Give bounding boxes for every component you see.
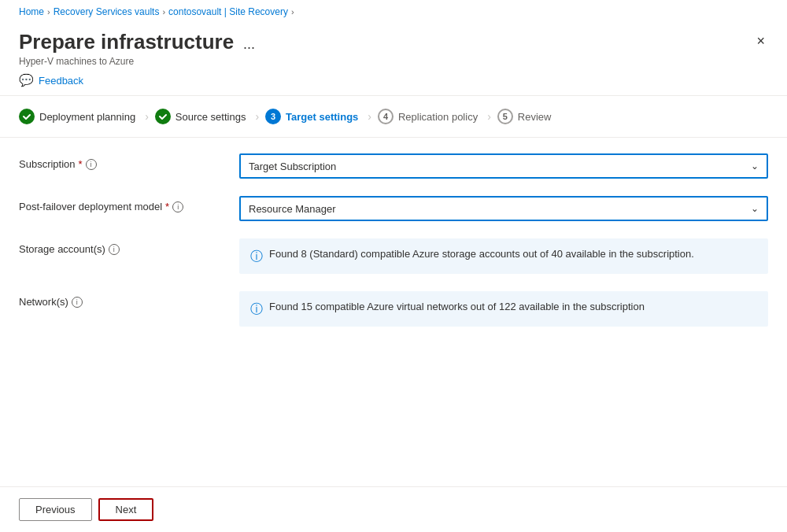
step-3-label: Target settings bbox=[286, 111, 358, 123]
page-title: Prepare infrastructure bbox=[19, 30, 234, 54]
breadcrumb-sep-1: › bbox=[47, 7, 50, 17]
breadcrumb-sep-3: › bbox=[291, 7, 294, 17]
subscription-required: * bbox=[79, 158, 83, 170]
step-deployment-planning[interactable]: Deployment planning bbox=[19, 109, 145, 124]
step-sep-2: › bbox=[255, 110, 265, 123]
step-5-circle: 5 bbox=[497, 109, 513, 124]
networks-row: Network(s) i ⓘ Found 15 compatible Azure… bbox=[19, 291, 768, 327]
deployment-model-required: * bbox=[165, 201, 169, 212]
networks-message: Found 15 compatible Azure virtual networ… bbox=[269, 299, 645, 315]
deployment-model-value: Resource Manager bbox=[249, 203, 336, 215]
networks-info-icon[interactable]: i bbox=[72, 297, 83, 308]
storage-info-box: ⓘ Found 8 (Standard) compatible Azure st… bbox=[239, 238, 768, 274]
storage-info-icon[interactable]: i bbox=[109, 244, 120, 255]
wizard-steps: Deployment planning › Source settings › … bbox=[0, 96, 787, 138]
step-4-circle: 4 bbox=[378, 109, 394, 124]
header-left: Prepare infrastructure ... Hyper-V machi… bbox=[19, 30, 255, 67]
subscription-dropdown[interactable]: Target Subscription ⌄ bbox=[239, 153, 768, 179]
deployment-model-control: Resource Manager ⌄ bbox=[239, 196, 768, 221]
networks-label-text: Network(s) bbox=[19, 296, 68, 308]
step-sep-3: › bbox=[368, 110, 378, 123]
previous-button[interactable]: Previous bbox=[19, 498, 92, 521]
storage-label: Storage account(s) i bbox=[19, 238, 239, 255]
step-1-check-icon bbox=[19, 109, 35, 124]
networks-label: Network(s) i bbox=[19, 291, 239, 308]
step-review[interactable]: 5 Review bbox=[497, 109, 561, 124]
step-target-settings[interactable]: 3 Target settings bbox=[265, 109, 368, 124]
deployment-model-label: Post-failover deployment model * i bbox=[19, 196, 239, 212]
subscription-dropdown-arrow: ⌄ bbox=[751, 161, 759, 172]
form-area: Subscription * i Target Subscription ⌄ P… bbox=[0, 138, 787, 360]
subscription-value: Target Subscription bbox=[249, 161, 336, 172]
deployment-model-dropdown-arrow: ⌄ bbox=[751, 203, 759, 214]
storage-control: ⓘ Found 8 (Standard) compatible Azure st… bbox=[239, 238, 768, 274]
subscription-row: Subscription * i Target Subscription ⌄ bbox=[19, 153, 768, 179]
networks-info-box-icon: ⓘ bbox=[250, 300, 263, 319]
page-subtitle: Hyper-V machines to Azure bbox=[19, 56, 255, 67]
breadcrumb-vaults[interactable]: Recovery Services vaults bbox=[54, 6, 160, 17]
subscription-label: Subscription * i bbox=[19, 153, 239, 170]
networks-info-box: ⓘ Found 15 compatible Azure virtual netw… bbox=[239, 291, 768, 327]
subscription-info-icon[interactable]: i bbox=[86, 159, 97, 170]
subscription-control: Target Subscription ⌄ bbox=[239, 153, 768, 179]
breadcrumb-contosovault[interactable]: contosovault | Site Recovery bbox=[168, 6, 288, 17]
storage-row: Storage account(s) i ⓘ Found 8 (Standard… bbox=[19, 238, 768, 274]
breadcrumb: Home › Recovery Services vaults › contos… bbox=[0, 0, 787, 24]
header-more-button[interactable]: ... bbox=[243, 36, 255, 53]
step-replication-policy[interactable]: 4 Replication policy bbox=[378, 109, 487, 124]
step-sep-4: › bbox=[487, 110, 497, 123]
feedback-icon: 💬 bbox=[19, 73, 34, 87]
step-4-label: Replication policy bbox=[398, 111, 478, 123]
deployment-model-label-text: Post-failover deployment model bbox=[19, 201, 162, 212]
feedback-label: Feedback bbox=[39, 75, 83, 87]
step-3-circle: 3 bbox=[265, 109, 281, 124]
step-2-check-icon bbox=[155, 109, 171, 124]
deployment-model-dropdown[interactable]: Resource Manager ⌄ bbox=[239, 196, 768, 221]
next-button[interactable]: Next bbox=[98, 498, 154, 521]
subscription-label-text: Subscription bbox=[19, 158, 76, 170]
step-sep-1: › bbox=[145, 110, 155, 123]
footer: Previous Next bbox=[0, 486, 787, 532]
header: Prepare infrastructure ... Hyper-V machi… bbox=[0, 24, 787, 67]
deployment-model-row: Post-failover deployment model * i Resou… bbox=[19, 196, 768, 221]
close-button[interactable]: × bbox=[753, 30, 768, 53]
storage-info-box-icon: ⓘ bbox=[250, 247, 263, 266]
storage-message: Found 8 (Standard) compatible Azure stor… bbox=[269, 246, 694, 262]
step-1-label: Deployment planning bbox=[39, 111, 135, 123]
feedback-bar[interactable]: 💬 Feedback bbox=[0, 67, 787, 95]
networks-control: ⓘ Found 15 compatible Azure virtual netw… bbox=[239, 291, 768, 327]
storage-label-text: Storage account(s) bbox=[19, 243, 105, 255]
breadcrumb-sep-2: › bbox=[162, 7, 165, 17]
breadcrumb-home[interactable]: Home bbox=[19, 6, 44, 17]
step-2-label: Source settings bbox=[176, 111, 246, 123]
deployment-model-info-icon[interactable]: i bbox=[172, 201, 183, 212]
step-source-settings[interactable]: Source settings bbox=[155, 109, 256, 124]
step-5-label: Review bbox=[518, 111, 552, 123]
